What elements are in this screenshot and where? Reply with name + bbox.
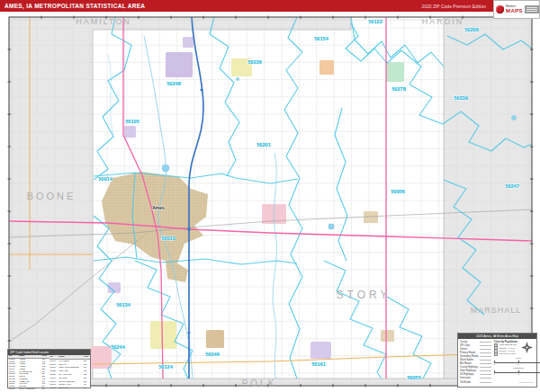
map-sheet: AMES, IA METROPOLITAN STATISTICAL AREA 2… xyxy=(0,0,540,392)
pond-ne xyxy=(511,115,516,120)
county-label-boone: BOONE xyxy=(27,191,76,201)
interstate-swatch xyxy=(480,378,491,379)
town-cambridge xyxy=(206,330,224,348)
zip-label-50124: 50124 xyxy=(158,364,173,370)
town-zearing xyxy=(386,62,404,82)
zip-label-50046: 50046 xyxy=(205,352,220,357)
zip-label-50154: 50154 xyxy=(314,36,328,41)
zip-label-50055: 50055 xyxy=(407,375,421,380)
county-hwy-swatch xyxy=(480,367,491,368)
county-label-polk: POLK xyxy=(242,379,277,388)
town-huxley xyxy=(150,321,176,349)
zip-label-50201: 50201 xyxy=(256,142,271,147)
zip-index-left: ZIPNameGrid50010AMESC350011AMESC350012AM… xyxy=(8,355,50,391)
town-gilbert xyxy=(124,126,136,138)
town-collins xyxy=(381,330,394,342)
town-colo xyxy=(364,211,378,223)
hickory-grove-lake xyxy=(328,224,334,229)
county-hardin-marshall-area xyxy=(444,17,532,379)
zip-index-right: ZIPNameGrid50161MAXWELLD550201NEVADAD350… xyxy=(50,355,91,391)
publisher-address-block xyxy=(525,5,539,14)
pond-n xyxy=(236,77,239,81)
town-maxwell xyxy=(310,342,331,359)
toll-swatch xyxy=(480,382,491,383)
zip-label-50248: 50248 xyxy=(166,81,181,86)
zip-label-50247: 50247 xyxy=(505,183,519,189)
legend-right-column: Cities by Population: Less than 25,00025… xyxy=(491,340,535,384)
zip-label-50278: 50278 xyxy=(392,86,406,92)
zip-label-50056: 50056 xyxy=(391,189,405,194)
county-swatch xyxy=(480,342,491,343)
county-label-hamilton: HAMILTON xyxy=(76,17,131,26)
town-randall xyxy=(183,37,194,48)
county-label-story: STORY xyxy=(337,289,392,301)
water-swatch xyxy=(480,360,491,361)
zip-swatch xyxy=(480,345,491,346)
state-hwy-swatch xyxy=(480,370,491,371)
zip-label-50122: 50122 xyxy=(368,19,382,24)
town-story-city xyxy=(166,52,193,77)
legend-item-toll: Toll Roads xyxy=(460,380,491,384)
street-swatch xyxy=(480,349,491,350)
zip-index-table: ZIP Code Index/Grid Locator ZIPNameGrid5… xyxy=(7,349,91,388)
zip-label-50134: 50134 xyxy=(116,302,130,307)
compass-rose-icon xyxy=(521,342,533,353)
county-label-hardin: HARDIN xyxy=(422,17,464,26)
brand-bottom: MAPS xyxy=(506,8,523,13)
us-hwy-swatch xyxy=(480,374,491,375)
primary-swatch xyxy=(480,352,491,353)
zip-index-columns: ZIPNameGrid50010AMESC350011AMESC350012AM… xyxy=(8,355,90,391)
globe-icon xyxy=(496,5,504,13)
ada-hayden-lake xyxy=(162,165,169,172)
publisher-logo: Market MAPS xyxy=(493,0,540,19)
zip-label-50014: 50014 xyxy=(98,176,112,182)
zip-index-row: 50278ZEARINGD1 xyxy=(50,388,91,391)
scale-bar-km: Kilometers 036 xyxy=(494,368,540,376)
brand-name: Market MAPS xyxy=(506,5,523,14)
town-mccallsburg xyxy=(320,60,334,75)
county-label-marshall: MARSHALL xyxy=(471,306,522,315)
zip-label-50105: 50105 xyxy=(125,119,140,124)
zip-label-50236: 50236 xyxy=(248,59,262,65)
rail-swatch xyxy=(480,363,491,364)
copyright-credit: ©MarketMAPS xyxy=(519,381,533,383)
city-size-swatch xyxy=(494,352,498,356)
zip-label-50206: 50206 xyxy=(464,27,479,32)
zip-index-row: 50154MCCALLSBURGD1 xyxy=(8,388,50,391)
town-slater xyxy=(91,346,112,369)
secondary-swatch xyxy=(480,356,491,357)
city-label-ames: Ames xyxy=(152,205,165,210)
city-labels: Ames xyxy=(152,205,165,210)
zip-label-50244: 50244 xyxy=(111,344,125,350)
scale-bar-miles: Miles 024 xyxy=(494,358,540,366)
zip-label-50239: 50239 xyxy=(454,95,468,101)
zip-label-50010: 50010 xyxy=(161,236,176,241)
map-legend: 2020 Ames, IA Metro Area Map CountyZIP C… xyxy=(457,333,537,388)
zip-label-50161: 50161 xyxy=(311,361,326,367)
legend-symbol-list: CountyZIP CodeStreetsPrimary RoadsSecond… xyxy=(460,340,491,384)
